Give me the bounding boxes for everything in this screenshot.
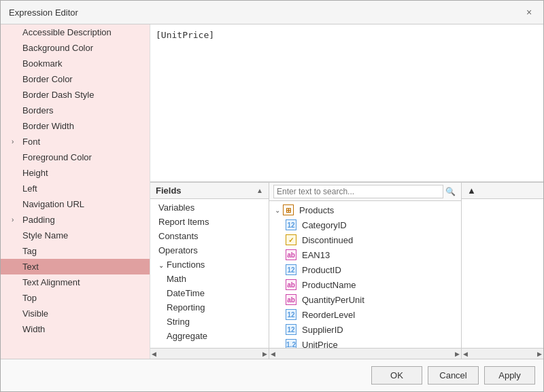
tree-item[interactable]: 12ProductID [269,262,461,277]
fields-item[interactable]: Report Items [150,215,269,229]
left-item[interactable]: Accessible Description [1,24,150,40]
third-left-arrow[interactable]: ◀ [463,351,468,357]
left-item[interactable]: Background Color [1,40,150,56]
title-bar: Expression Editor × [1,1,543,24]
tree-item[interactable]: ⌄⊞Products [269,202,461,217]
fields-item[interactable]: ⌄Functions [150,257,269,272]
fields-item[interactable]: Variables [150,200,269,215]
third-panel-content [462,199,543,348]
left-panel: Accessible DescriptionBackground ColorBo… [1,24,150,359]
third-panel-header: ▲ [462,183,543,199]
third-right-arrow[interactable]: ▶ [537,351,542,357]
left-item-label: Foreground Color [22,152,92,162]
fields-scroll-up[interactable]: ▲ [256,187,263,194]
tree-item-label: ProductID [302,265,341,275]
tree-item[interactable]: abQuantityPerUnit [269,292,461,307]
fields-item-label: Constants [158,231,199,241]
left-item[interactable]: Visible [1,306,150,321]
dialog-body: Accessible DescriptionBackground ColorBo… [1,24,543,359]
fields-panel: Fields ▲ VariablesReport ItemsConstantsO… [150,183,269,359]
data-right-arrow[interactable]: ▶ [455,351,460,357]
left-item[interactable]: Foreground Color [1,149,150,165]
third-panel-scroll-up[interactable]: ▲ [467,185,476,196]
tree-item-label: ReorderLevel [302,310,355,320]
tree-item[interactable]: abEAN13 [269,247,461,262]
left-item-label: Accessible Description [22,27,112,37]
left-item[interactable]: Border Color [1,71,150,87]
fields-item-label: Math [167,274,186,284]
left-item[interactable]: Text [1,259,150,274]
apply-button[interactable]: Apply [484,366,535,385]
num-icon: 12 [286,264,296,275]
fields-item[interactable]: Constants [150,229,269,243]
fields-left-arrow[interactable]: ◀ [152,351,156,357]
left-item-label: Left [22,183,37,194]
left-item-label: Height [22,168,48,178]
tree-item[interactable]: abProductName [269,277,461,292]
fields-item[interactable]: Reporting [150,300,269,315]
left-item-label: Width [22,324,45,334]
left-item-label: Border Width [22,121,74,131]
fields-item[interactable]: DateTime [150,286,269,300]
data-scroll-bottom: ◀ ▶ [269,348,461,359]
expand-icon: › [12,216,20,224]
tree-item-label: UnitPrice [302,340,338,349]
close-button[interactable]: × [523,6,535,18]
left-item[interactable]: Height [1,165,150,181]
search-icon[interactable]: 🔍 [443,185,457,198]
left-item[interactable]: Text Alignment [1,274,150,290]
left-item[interactable]: Bookmark [1,56,150,71]
third-scroll-bottom: ◀ ▶ [462,348,543,359]
fields-item-label: Operators [158,245,198,255]
left-item-label: Style Name [22,230,68,240]
cancel-button[interactable]: Cancel [428,366,479,385]
left-item[interactable]: ›Padding [1,212,150,228]
left-item-label: Top [22,293,37,303]
left-item[interactable]: Navigation URL [1,196,150,212]
table-icon: ⊞ [283,204,294,215]
fields-item[interactable]: Math [150,272,269,286]
left-item[interactable]: Tag [1,243,150,259]
tree-item[interactable]: 1.2UnitPrice [269,337,461,348]
ok-button[interactable]: OK [371,366,422,385]
tree-item-label: Discontinued [302,235,353,245]
tree-item[interactable]: 12SupplierID [269,322,461,337]
expression-input[interactable] [153,27,541,179]
left-item[interactable]: Top [1,290,150,306]
left-item-label: Padding [22,215,55,225]
left-item[interactable]: Width [1,321,150,337]
data-left-arrow[interactable]: ◀ [271,351,275,357]
fields-item-label: Report Items [158,217,209,227]
fields-header-label: Fields [156,185,182,196]
fields-list: VariablesReport ItemsConstantsOperators⌄… [150,199,269,348]
expression-area [150,24,543,182]
fields-item[interactable]: Aggregate [150,329,269,343]
num-icon: 12 [286,219,296,230]
fields-item-label: String [167,317,190,327]
tree-item[interactable]: ✓Discontinued [269,232,461,247]
str-icon: ab [286,294,296,305]
search-input[interactable] [273,185,443,198]
left-item-label: Text [22,262,39,272]
tree-item[interactable]: 12CategoryID [269,217,461,232]
left-item[interactable]: Border Width [1,118,150,134]
fields-right-arrow[interactable]: ▶ [262,351,267,357]
fields-item[interactable]: Operators [150,243,269,257]
tree-item[interactable]: 12ReorderLevel [269,307,461,322]
left-item[interactable]: Left [1,181,150,196]
left-item-label: Visible [22,308,48,319]
left-item[interactable]: Border Dash Style [1,87,150,103]
third-panel: ▲ ◀ ▶ [462,183,543,359]
data-tree: ⌄⊞Products12CategoryID✓DiscontinuedabEAN… [269,201,461,348]
tree-item-label: CategoryID [302,220,347,230]
left-item[interactable]: Style Name [1,228,150,243]
left-item-label: Border Color [22,74,73,84]
fields-item[interactable]: String [150,315,269,329]
tree-item-label: Products [299,205,334,215]
expression-editor-dialog: Expression Editor × Accessible Descripti… [0,0,544,392]
left-item-label: Text Alignment [22,277,80,287]
left-item[interactable]: Borders [1,103,150,118]
left-item[interactable]: ›Font [1,134,150,149]
left-item-label: Border Dash Style [22,90,95,100]
dialog-footer: OK Cancel Apply [1,359,543,391]
